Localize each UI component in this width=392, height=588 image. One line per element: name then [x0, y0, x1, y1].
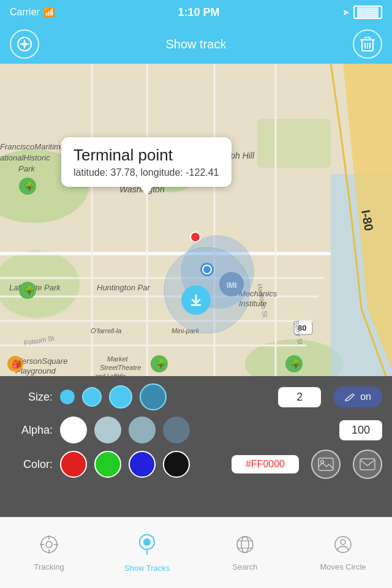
download-icon: [189, 293, 203, 307]
size-row: Size: 2 on: [10, 383, 382, 410]
status-right: ➤ ▓▓▓: [342, 6, 382, 19]
tab-show-tracks[interactable]: Show Tracks: [98, 533, 196, 573]
size-circle-1[interactable]: [60, 390, 75, 404]
svg-text:Market: Market: [107, 355, 129, 363]
svg-rect-16: [257, 119, 331, 168]
callout-coords: latitude: 37.78, longitude: -122.41: [74, 167, 219, 178]
location-pin-icon: [137, 533, 157, 560]
size-value[interactable]: 2: [278, 387, 321, 407]
map-background: I-80 80 Market Street Folsom St Harrison…: [0, 64, 392, 376]
mail-button[interactable]: [353, 450, 382, 479]
svg-point-87: [341, 540, 345, 545]
size-circle-2[interactable]: [82, 387, 102, 407]
callout-arrow: [140, 187, 153, 195]
nav-left-button[interactable]: [10, 29, 39, 59]
crosshair-icon: [39, 535, 59, 559]
alpha-label: Alpha:: [10, 424, 53, 437]
alpha-circle-4[interactable]: [163, 417, 190, 443]
svg-text:Huntington Par: Huntington Par: [97, 283, 150, 292]
tab-moves-circle[interactable]: Moves Circle: [294, 535, 392, 571]
svg-text:🌳: 🌳: [24, 181, 35, 192]
svg-text:🎒: 🎒: [12, 359, 22, 369]
color-label: Color:: [10, 458, 53, 471]
alpha-row: Alpha: 100: [10, 417, 382, 443]
nav-title: Show track: [166, 37, 227, 51]
location-callout[interactable]: Terminal point latitude: 37.78, longitud…: [61, 137, 232, 187]
callout-title: Terminal point: [74, 146, 219, 165]
alpha-value[interactable]: 100: [339, 420, 382, 440]
color-circle-green[interactable]: [94, 451, 121, 478]
trash-icon: [360, 36, 375, 53]
wifi-icon: 📶: [43, 7, 55, 18]
svg-text:and LoftHis: and LoftHis: [95, 373, 126, 376]
tab-moves-circle-label: Moves Circle: [320, 562, 366, 571]
tab-search[interactable]: Search: [196, 535, 294, 571]
svg-rect-72: [360, 459, 375, 470]
nav-bar: Show track: [0, 24, 392, 64]
image-icon: [318, 458, 334, 471]
svg-text:O'farrell-la: O'farrell-la: [91, 327, 121, 334]
svg-point-80: [143, 538, 151, 546]
controls-panel: Size: 2 on Alpha: 100 Color: #FF0000: [0, 376, 392, 517]
carrier-label: Carrier: [10, 7, 40, 18]
color-circle-blue[interactable]: [129, 451, 156, 478]
tab-show-tracks-label: Show Tracks: [124, 564, 170, 573]
svg-point-82: [237, 537, 253, 552]
svg-text:🌳: 🌳: [290, 359, 301, 369]
map-pin-icon: [17, 36, 32, 52]
carrier-text: Carrier 📶: [10, 7, 55, 18]
pin-blue-inner: [203, 266, 211, 273]
color-circle-red[interactable]: [60, 451, 87, 478]
tab-search-label: Search: [232, 562, 257, 571]
svg-point-3: [23, 42, 26, 46]
svg-point-83: [241, 537, 249, 552]
alpha-circle-2[interactable]: [94, 417, 121, 443]
svg-text:FranciscoMaritime: FranciscoMaritime: [0, 142, 65, 151]
svg-text:ationalHistoric: ationalHistoric: [0, 153, 50, 162]
svg-text:Park: Park: [18, 164, 36, 173]
edit-icon: [344, 393, 355, 401]
globe-icon: [235, 535, 255, 559]
svg-point-74: [46, 541, 52, 548]
location-icon: ➤: [342, 7, 350, 17]
time-display: 1:10 PM: [178, 6, 219, 19]
color-circle-black[interactable]: [163, 451, 190, 478]
svg-text:StreetTheatre: StreetTheatre: [100, 364, 141, 371]
size-label: Size:: [10, 391, 53, 404]
size-circle-3[interactable]: [109, 385, 132, 409]
tab-bar: Tracking Show Tracks Search: [0, 517, 392, 588]
alpha-circle-3[interactable]: [129, 417, 156, 443]
alpha-circle-1[interactable]: [60, 417, 87, 443]
tab-tracking-label: Tracking: [34, 562, 64, 571]
map-area[interactable]: I-80 80 Market Street Folsom St Harrison…: [0, 64, 392, 376]
status-bar: Carrier 📶 1:10 PM ➤ ▓▓▓: [0, 0, 392, 24]
gallery-button[interactable]: [311, 450, 341, 479]
size-circle-4[interactable]: [140, 383, 167, 410]
color-row: Color: #FF0000: [10, 450, 382, 479]
pin-red[interactable]: [190, 232, 201, 243]
svg-text:🌳: 🌳: [24, 285, 35, 296]
svg-text:🌳: 🌳: [156, 359, 167, 369]
tab-tracking[interactable]: Tracking: [0, 535, 98, 571]
trash-button[interactable]: [353, 29, 382, 59]
toggle-on-button[interactable]: on: [333, 386, 382, 407]
person-circle-icon: [333, 535, 353, 559]
toggle-label: on: [360, 391, 371, 402]
color-hex-input[interactable]: #FF0000: [232, 455, 299, 473]
download-button[interactable]: [181, 285, 211, 315]
battery-icon: ▓▓▓: [353, 6, 382, 19]
mail-icon: [360, 458, 375, 471]
